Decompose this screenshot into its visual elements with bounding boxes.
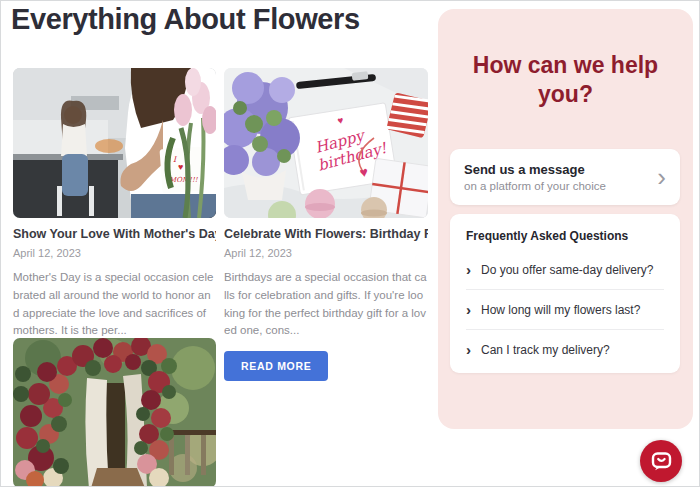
faq-question-flowers-last[interactable]: › How long will my flowers last? — [466, 290, 664, 330]
article-title[interactable]: Show Your Love With Mother's Day Flowe..… — [13, 227, 216, 241]
faq-question-same-day-delivery[interactable]: › Do you offer same-day delivery? — [466, 250, 664, 290]
chevron-right-icon: › — [466, 262, 471, 277]
faq-question-label: How long will my flowers last? — [481, 303, 640, 317]
chevron-right-icon: › — [466, 342, 471, 357]
faq-question-label: Can I track my delivery? — [481, 343, 610, 357]
wedding-arch-photo-illustration — [13, 338, 216, 487]
send-message-title: Send us a message — [464, 162, 657, 177]
article-image-mothers-day[interactable]: I ♥ MOM!!! — [13, 68, 216, 218]
faq-question-label: Do you offer same-day delivery? — [481, 263, 654, 277]
article-date: April 12, 2023 — [13, 247, 216, 259]
blog-page: Everything About Flowers — [0, 0, 700, 487]
svg-text:MOM!!!: MOM!!! — [169, 176, 199, 184]
help-panel: How can we help you? Send us a message o… — [438, 9, 693, 429]
mothers-day-photo-illustration: I ♥ MOM!!! — [13, 68, 216, 218]
help-heading: How can we help you? — [466, 51, 665, 109]
article-card-mothers-day: I ♥ MOM!!! Show Your Love With Mother's … — [13, 68, 216, 381]
page-title: Everything About Flowers — [11, 3, 360, 36]
faq-heading: Frequently Asked Questions — [466, 229, 664, 243]
article-excerpt: Birthdays are a special occasion that ca… — [224, 269, 428, 340]
article-date: April 12, 2023 — [224, 247, 428, 259]
birthday-photo-illustration: Happy birthday! ♥ ♥ — [224, 68, 428, 218]
article-image-wedding-arch[interactable] — [13, 338, 216, 487]
svg-text:♥: ♥ — [178, 162, 183, 172]
chat-bubble-icon — [650, 450, 673, 473]
article-card-wedding-arch — [13, 338, 216, 487]
article-card-birthday: Happy birthday! ♥ ♥ — [224, 68, 428, 381]
faq-question-track-delivery[interactable]: › Can I track my delivery? — [466, 330, 664, 369]
article-excerpt: Mother's Day is a special occasion celeb… — [13, 269, 216, 340]
article-image-birthday[interactable]: Happy birthday! ♥ ♥ — [224, 68, 428, 218]
read-more-button[interactable]: READ MORE — [224, 351, 328, 381]
chat-launcher-button[interactable] — [640, 440, 682, 482]
send-message-subtitle: on a platform of your choice — [464, 180, 657, 192]
article-title[interactable]: Celebrate With Flowers: Birthday Flower … — [224, 227, 428, 241]
chevron-right-icon: › — [657, 167, 666, 188]
chevron-right-icon: › — [466, 302, 471, 317]
faq-card: Frequently Asked Questions › Do you offe… — [450, 214, 680, 373]
send-message-card[interactable]: Send us a message on a platform of your … — [450, 149, 680, 205]
